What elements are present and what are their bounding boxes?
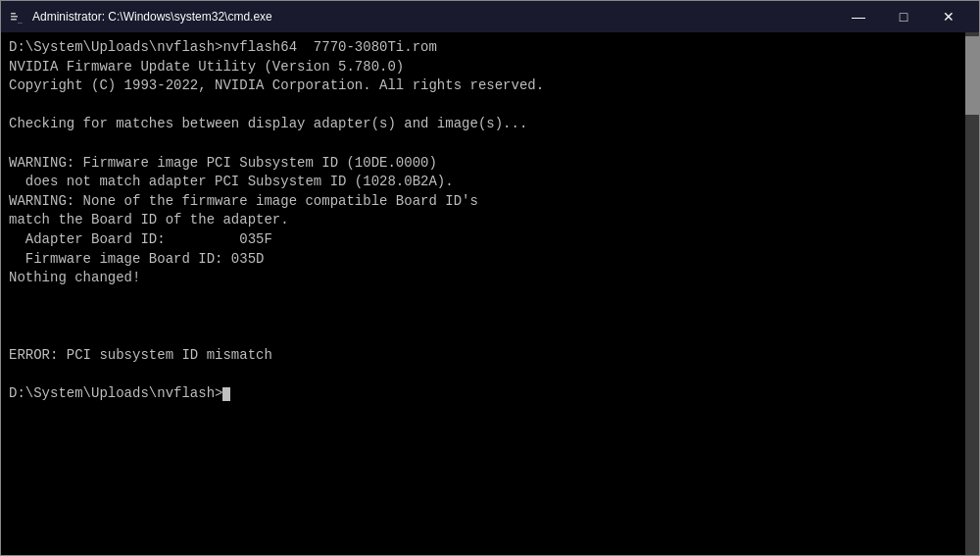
svg-text:_: _ [18, 15, 23, 24]
maximize-button[interactable]: □ [881, 1, 926, 32]
cmd-icon: _ [9, 9, 24, 25]
scrollbar[interactable] [965, 32, 979, 555]
window-controls: — □ ✕ [836, 1, 971, 32]
cmd-window: _ Administrator: C:\Windows\system32\cmd… [0, 0, 980, 556]
svg-rect-2 [11, 16, 18, 18]
svg-rect-3 [11, 19, 17, 21]
terminal-cursor [222, 387, 230, 401]
terminal-body: D:\System\Uploads\nvflash>nvflash64 7770… [1, 32, 979, 555]
title-bar: _ Administrator: C:\Windows\system32\cmd… [1, 1, 979, 32]
svg-rect-1 [11, 13, 16, 15]
minimize-button[interactable]: — [836, 1, 881, 32]
scrollbar-thumb[interactable] [965, 36, 979, 115]
window-title: Administrator: C:\Windows\system32\cmd.e… [32, 10, 836, 24]
terminal-output[interactable]: D:\System\Uploads\nvflash>nvflash64 7770… [1, 32, 965, 555]
close-button[interactable]: ✕ [926, 1, 971, 32]
